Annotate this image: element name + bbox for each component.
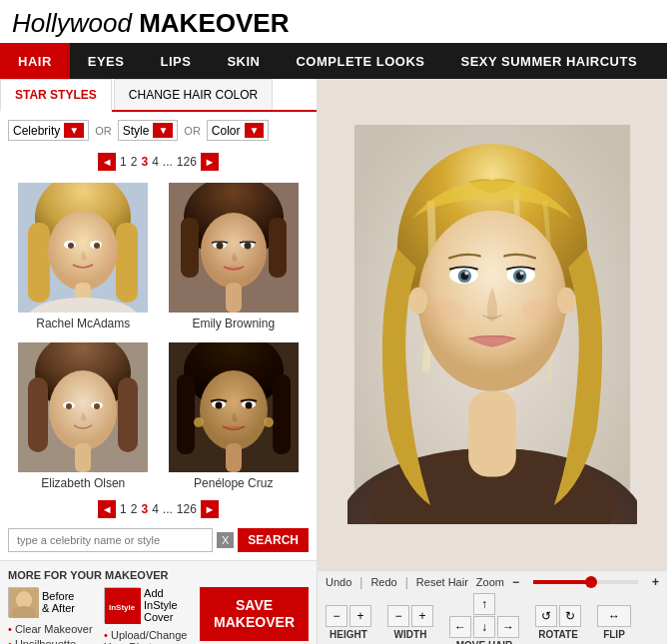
or-text-1: OR: [95, 125, 112, 137]
svg-rect-42: [226, 443, 242, 472]
zoom-track[interactable]: [533, 580, 638, 584]
zoom-plus-btn[interactable]: +: [652, 575, 659, 589]
celeb-emily-name: Emily Browning: [192, 317, 275, 330]
move-hair-up-btn[interactable]: ↑: [473, 593, 495, 615]
flip-label: FLIP: [603, 629, 625, 640]
before-after-label: Before& After: [42, 590, 75, 614]
height-control: − + HEIGHT: [326, 605, 371, 640]
nav-skin[interactable]: SKIN: [209, 43, 278, 79]
svg-point-35: [200, 370, 268, 450]
width-label: WIDTH: [394, 629, 427, 640]
celeb-penelope-cruz[interactable]: Penélope Cruz: [159, 336, 310, 496]
svg-rect-13: [181, 218, 199, 278]
svg-point-60: [464, 272, 468, 276]
page-1[interactable]: 1: [120, 155, 127, 169]
clear-makeover-link[interactable]: Clear Makeover: [8, 623, 96, 635]
width-minus-btn[interactable]: −: [387, 605, 409, 627]
zoom-fill: [533, 580, 591, 584]
svg-point-25: [49, 370, 117, 450]
page-1-bottom[interactable]: 1: [120, 502, 127, 516]
tab-star-styles[interactable]: STAR STYLES: [0, 79, 112, 112]
rotate-control: ↺ ↻ ROTATE: [535, 605, 581, 640]
add-instyle-btn[interactable]: InStyle Add InStyleCover: [104, 587, 192, 623]
svg-point-39: [245, 402, 252, 409]
tab-bar: STAR STYLES CHANGE HAIR COLOR: [0, 79, 317, 112]
celeb-emily-browning[interactable]: Emily Browning: [159, 177, 310, 336]
before-after-btn[interactable]: Before& After: [8, 587, 96, 617]
redo-btn[interactable]: Redo: [370, 576, 396, 588]
flip-btn[interactable]: ↔: [597, 605, 631, 627]
page-3-current-bottom[interactable]: 3: [141, 502, 148, 516]
style-arrow-icon[interactable]: ▼: [153, 123, 173, 138]
svg-point-63: [557, 288, 576, 315]
rotate-label: ROTATE: [538, 629, 578, 640]
width-control: − + WIDTH: [387, 605, 433, 640]
svg-rect-30: [75, 443, 91, 472]
page-4[interactable]: 4: [152, 155, 159, 169]
add-instyle-label: Add InStyleCover: [144, 587, 192, 623]
tab-change-hair-color[interactable]: CHANGE HAIR COLOR: [114, 79, 273, 110]
celeb-rachel-name: Rachel McAdams: [36, 317, 130, 330]
nav-hair[interactable]: HAIR: [0, 43, 70, 79]
rotate-right-btn[interactable]: ↻: [559, 605, 581, 627]
nav-complete-looks[interactable]: COMPLETE LOOKS: [278, 43, 442, 79]
move-hair-down-btn[interactable]: ↓: [473, 616, 495, 638]
controls-bar: Undo | Redo | Reset Hair Zoom − + − +: [318, 570, 667, 644]
celeb-emily-img: [169, 183, 299, 313]
nav-eyes[interactable]: EYES: [70, 43, 143, 79]
or-text-2: OR: [184, 125, 201, 137]
svg-rect-24: [118, 377, 138, 452]
next-page-btn[interactable]: ►: [201, 153, 219, 171]
page-2-bottom[interactable]: 2: [131, 502, 138, 516]
photo-area: [318, 79, 667, 570]
color-label: Color: [212, 124, 241, 138]
celebrity-arrow-icon[interactable]: ▼: [64, 123, 84, 138]
prev-page-btn-bottom[interactable]: ◄: [98, 500, 116, 518]
search-clear-btn[interactable]: X: [217, 532, 234, 548]
celebrity-label: Celebrity: [13, 124, 60, 138]
rotate-left-btn[interactable]: ↺: [535, 605, 557, 627]
svg-rect-23: [28, 377, 48, 452]
svg-rect-14: [269, 218, 287, 278]
move-hair-left-btn[interactable]: ←: [449, 616, 471, 638]
svg-point-29: [94, 403, 100, 409]
more-row: Before& After Clear Makeover Unsilhouett…: [8, 587, 309, 644]
move-hair-btns: ↑ ← ↓ →: [449, 593, 519, 638]
page-3-current[interactable]: 3: [141, 155, 148, 169]
search-submit-btn[interactable]: SEARCH: [238, 528, 309, 552]
save-makeover-btn[interactable]: SAVEMAKEOVER: [200, 587, 309, 641]
color-filter[interactable]: Color ▼: [207, 120, 270, 141]
zoom-label: Zoom: [476, 576, 504, 588]
zoom-minus-btn[interactable]: −: [512, 575, 519, 589]
undo-btn[interactable]: Undo: [326, 576, 351, 588]
next-page-btn-bottom[interactable]: ►: [201, 500, 219, 518]
page-2[interactable]: 2: [131, 155, 138, 169]
page-ellipsis: ...: [163, 155, 173, 169]
celeb-rachel-mcadams[interactable]: Rachel McAdams: [8, 177, 159, 336]
unsilhouette-link[interactable]: Unsilhouette Photo: [8, 638, 96, 644]
title-italic: Hollywood: [12, 8, 132, 38]
search-input[interactable]: [8, 528, 213, 552]
reset-hair-btn[interactable]: Reset Hair: [416, 576, 468, 588]
svg-point-65: [521, 299, 559, 322]
page-126[interactable]: 126: [177, 155, 197, 169]
celeb-elizabeth-olsen[interactable]: Elizabeth Olsen: [8, 336, 159, 496]
prev-page-btn[interactable]: ◄: [98, 153, 116, 171]
move-hair-label: MOVE HAIR: [456, 640, 513, 644]
width-plus-btn[interactable]: +: [411, 605, 433, 627]
color-arrow-icon[interactable]: ▼: [245, 123, 265, 138]
upload-photo-link[interactable]: Upload/Change Your Photo: [104, 629, 192, 644]
nav-sexy-haircuts[interactable]: SEXY SUMMER HAIRCUTS: [443, 43, 656, 79]
celeb-rachel-img: [18, 183, 148, 313]
style-filter[interactable]: Style ▼: [118, 120, 179, 141]
page-126-bottom[interactable]: 126: [177, 502, 197, 516]
move-hair-right-btn[interactable]: →: [497, 616, 519, 638]
celebrity-filter[interactable]: Celebrity ▼: [8, 120, 89, 141]
height-minus-btn[interactable]: −: [326, 605, 347, 627]
penelope-portrait: [169, 342, 299, 472]
zoom-thumb[interactable]: [585, 576, 597, 588]
nav-lips[interactable]: LIPS: [142, 43, 209, 79]
elizabeth-portrait: [18, 342, 148, 472]
height-plus-btn[interactable]: +: [349, 605, 371, 627]
page-4-bottom[interactable]: 4: [152, 502, 159, 516]
